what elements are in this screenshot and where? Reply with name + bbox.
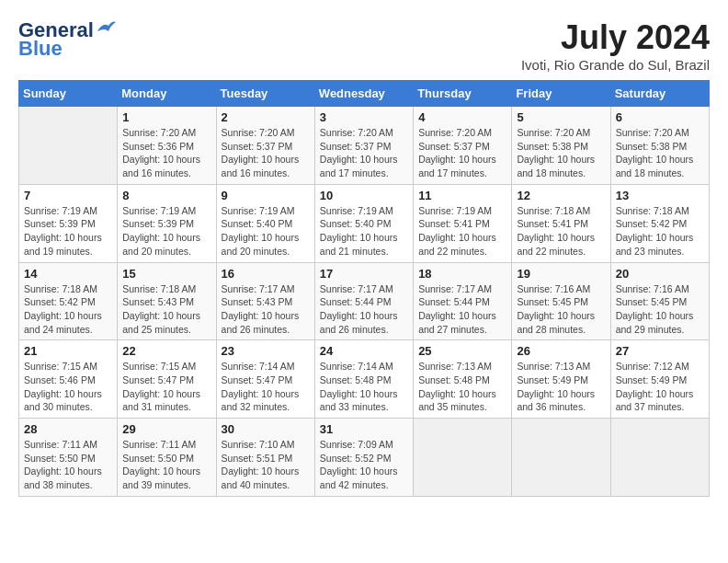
calendar-cell: 27Sunrise: 7:12 AMSunset: 5:49 PMDayligh… bbox=[610, 340, 709, 419]
day-info: Sunrise: 7:20 AMSunset: 5:36 PMDaylight:… bbox=[122, 126, 210, 180]
month-title: July 2024 bbox=[521, 18, 710, 57]
day-info: Sunrise: 7:19 AMSunset: 5:39 PMDaylight:… bbox=[122, 204, 210, 259]
logo-bird-icon bbox=[96, 18, 116, 35]
calendar-week-5: 28Sunrise: 7:11 AMSunset: 5:50 PMDayligh… bbox=[19, 419, 710, 497]
day-number: 7 bbox=[24, 189, 112, 202]
day-number: 31 bbox=[320, 422, 408, 436]
day-number: 29 bbox=[122, 422, 210, 436]
day-info: Sunrise: 7:18 AMSunset: 5:42 PMDaylight:… bbox=[24, 282, 112, 337]
day-info: Sunrise: 7:11 AMSunset: 5:50 PMDaylight:… bbox=[122, 438, 210, 492]
calendar-cell: 18Sunrise: 7:17 AMSunset: 5:44 PMDayligh… bbox=[414, 262, 512, 340]
day-info: Sunrise: 7:18 AMSunset: 5:41 PMDaylight:… bbox=[517, 204, 605, 259]
calendar-cell: 2Sunrise: 7:20 AMSunset: 5:37 PMDaylight… bbox=[216, 107, 314, 185]
day-number: 27 bbox=[616, 344, 704, 358]
day-number: 28 bbox=[24, 422, 112, 436]
header-friday: Friday bbox=[512, 81, 610, 107]
day-info: Sunrise: 7:12 AMSunset: 5:49 PMDaylight:… bbox=[616, 360, 704, 414]
day-number: 1 bbox=[122, 110, 210, 124]
calendar-cell: 30Sunrise: 7:10 AMSunset: 5:51 PMDayligh… bbox=[216, 419, 314, 497]
day-number: 8 bbox=[122, 189, 210, 202]
day-info: Sunrise: 7:19 AMSunset: 5:40 PMDaylight:… bbox=[320, 204, 408, 259]
page-header: General Blue July 2024 Ivoti, Rio Grande… bbox=[18, 18, 710, 73]
calendar-cell: 1Sunrise: 7:20 AMSunset: 5:36 PMDaylight… bbox=[118, 107, 216, 185]
day-info: Sunrise: 7:20 AMSunset: 5:37 PMDaylight:… bbox=[320, 126, 408, 180]
day-number: 19 bbox=[517, 267, 605, 281]
day-info: Sunrise: 7:14 AMSunset: 5:47 PMDaylight:… bbox=[222, 360, 310, 414]
day-info: Sunrise: 7:17 AMSunset: 5:43 PMDaylight:… bbox=[222, 282, 310, 337]
day-info: Sunrise: 7:20 AMSunset: 5:38 PMDaylight:… bbox=[616, 126, 704, 180]
header-tuesday: Tuesday bbox=[216, 81, 314, 107]
calendar-cell: 14Sunrise: 7:18 AMSunset: 5:42 PMDayligh… bbox=[19, 262, 118, 340]
day-info: Sunrise: 7:11 AMSunset: 5:50 PMDaylight:… bbox=[24, 438, 112, 492]
day-info: Sunrise: 7:20 AMSunset: 5:37 PMDaylight:… bbox=[418, 126, 506, 180]
calendar-cell: 17Sunrise: 7:17 AMSunset: 5:44 PMDayligh… bbox=[314, 262, 413, 340]
day-info: Sunrise: 7:20 AMSunset: 5:38 PMDaylight:… bbox=[517, 126, 605, 180]
calendar-cell: 16Sunrise: 7:17 AMSunset: 5:43 PMDayligh… bbox=[216, 262, 314, 340]
calendar-cell: 20Sunrise: 7:16 AMSunset: 5:45 PMDayligh… bbox=[610, 262, 709, 340]
day-info: Sunrise: 7:09 AMSunset: 5:52 PMDaylight:… bbox=[320, 438, 408, 492]
day-info: Sunrise: 7:14 AMSunset: 5:48 PMDaylight:… bbox=[320, 360, 408, 414]
day-info: Sunrise: 7:18 AMSunset: 5:43 PMDaylight:… bbox=[122, 282, 210, 337]
day-info: Sunrise: 7:18 AMSunset: 5:42 PMDaylight:… bbox=[616, 204, 704, 259]
logo: General Blue bbox=[18, 18, 116, 61]
calendar-cell: 3Sunrise: 7:20 AMSunset: 5:37 PMDaylight… bbox=[314, 107, 413, 185]
day-number: 15 bbox=[122, 267, 210, 281]
day-number: 11 bbox=[418, 189, 506, 202]
day-info: Sunrise: 7:19 AMSunset: 5:40 PMDaylight:… bbox=[222, 204, 310, 259]
calendar-cell: 22Sunrise: 7:15 AMSunset: 5:47 PMDayligh… bbox=[118, 340, 216, 419]
calendar-cell: 9Sunrise: 7:19 AMSunset: 5:40 PMDaylight… bbox=[216, 184, 314, 262]
calendar-cell: 28Sunrise: 7:11 AMSunset: 5:50 PMDayligh… bbox=[19, 419, 118, 497]
calendar-cell bbox=[610, 419, 709, 497]
day-info: Sunrise: 7:19 AMSunset: 5:41 PMDaylight:… bbox=[418, 204, 506, 259]
day-info: Sunrise: 7:13 AMSunset: 5:49 PMDaylight:… bbox=[517, 360, 605, 414]
calendar-cell: 7Sunrise: 7:19 AMSunset: 5:39 PMDaylight… bbox=[19, 184, 118, 262]
day-number: 3 bbox=[320, 110, 408, 124]
calendar-cell: 31Sunrise: 7:09 AMSunset: 5:52 PMDayligh… bbox=[314, 419, 413, 497]
day-info: Sunrise: 7:15 AMSunset: 5:47 PMDaylight:… bbox=[122, 360, 210, 414]
calendar-cell: 12Sunrise: 7:18 AMSunset: 5:41 PMDayligh… bbox=[512, 184, 610, 262]
day-info: Sunrise: 7:13 AMSunset: 5:48 PMDaylight:… bbox=[418, 360, 506, 414]
day-number: 14 bbox=[24, 267, 112, 281]
day-number: 26 bbox=[517, 344, 605, 358]
day-number: 25 bbox=[418, 344, 506, 358]
calendar-cell bbox=[19, 107, 118, 185]
calendar-week-3: 14Sunrise: 7:18 AMSunset: 5:42 PMDayligh… bbox=[19, 262, 710, 340]
day-number: 23 bbox=[222, 344, 310, 358]
calendar-cell: 15Sunrise: 7:18 AMSunset: 5:43 PMDayligh… bbox=[118, 262, 216, 340]
day-number: 20 bbox=[616, 267, 704, 281]
header-wednesday: Wednesday bbox=[314, 81, 413, 107]
logo-blue: Blue bbox=[18, 37, 63, 61]
day-info: Sunrise: 7:15 AMSunset: 5:46 PMDaylight:… bbox=[24, 360, 112, 414]
calendar-cell: 5Sunrise: 7:20 AMSunset: 5:38 PMDaylight… bbox=[512, 107, 610, 185]
calendar-week-2: 7Sunrise: 7:19 AMSunset: 5:39 PMDaylight… bbox=[19, 184, 710, 262]
calendar-week-1: 1Sunrise: 7:20 AMSunset: 5:36 PMDaylight… bbox=[19, 107, 710, 185]
header-monday: Monday bbox=[118, 81, 216, 107]
day-number: 16 bbox=[222, 267, 310, 281]
calendar-cell: 24Sunrise: 7:14 AMSunset: 5:48 PMDayligh… bbox=[314, 340, 413, 419]
day-number: 10 bbox=[320, 189, 408, 202]
day-number: 24 bbox=[320, 344, 408, 358]
day-number: 6 bbox=[616, 110, 704, 124]
day-number: 13 bbox=[616, 189, 704, 202]
day-number: 4 bbox=[418, 110, 506, 124]
calendar-cell: 10Sunrise: 7:19 AMSunset: 5:40 PMDayligh… bbox=[314, 184, 413, 262]
day-number: 18 bbox=[418, 267, 506, 281]
header-saturday: Saturday bbox=[610, 81, 709, 107]
day-info: Sunrise: 7:20 AMSunset: 5:37 PMDaylight:… bbox=[222, 126, 310, 180]
day-number: 12 bbox=[517, 189, 605, 202]
calendar-cell: 19Sunrise: 7:16 AMSunset: 5:45 PMDayligh… bbox=[512, 262, 610, 340]
calendar-cell: 11Sunrise: 7:19 AMSunset: 5:41 PMDayligh… bbox=[414, 184, 512, 262]
day-info: Sunrise: 7:17 AMSunset: 5:44 PMDaylight:… bbox=[418, 282, 506, 337]
calendar-cell: 6Sunrise: 7:20 AMSunset: 5:38 PMDaylight… bbox=[610, 107, 709, 185]
calendar-cell: 4Sunrise: 7:20 AMSunset: 5:37 PMDaylight… bbox=[414, 107, 512, 185]
calendar-cell: 23Sunrise: 7:14 AMSunset: 5:47 PMDayligh… bbox=[216, 340, 314, 419]
day-number: 5 bbox=[517, 110, 605, 124]
header-thursday: Thursday bbox=[414, 81, 512, 107]
calendar-cell: 8Sunrise: 7:19 AMSunset: 5:39 PMDaylight… bbox=[118, 184, 216, 262]
day-info: Sunrise: 7:10 AMSunset: 5:51 PMDaylight:… bbox=[222, 438, 310, 492]
day-number: 17 bbox=[320, 267, 408, 281]
day-info: Sunrise: 7:16 AMSunset: 5:45 PMDaylight:… bbox=[517, 282, 605, 337]
calendar-cell: 21Sunrise: 7:15 AMSunset: 5:46 PMDayligh… bbox=[19, 340, 118, 419]
calendar-cell: 29Sunrise: 7:11 AMSunset: 5:50 PMDayligh… bbox=[118, 419, 216, 497]
calendar-week-4: 21Sunrise: 7:15 AMSunset: 5:46 PMDayligh… bbox=[19, 340, 710, 419]
